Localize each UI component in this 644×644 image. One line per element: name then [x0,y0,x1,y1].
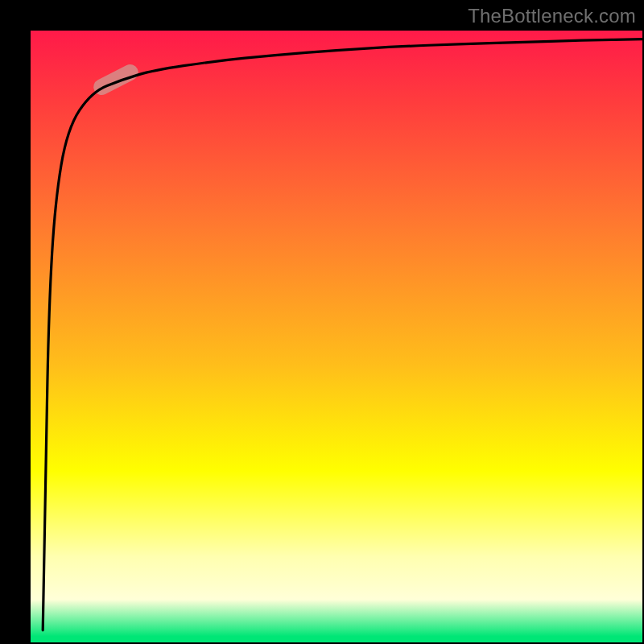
curve-svg [31,31,642,642]
attribution-text: TheBottleneck.com [468,5,636,27]
performance-curve [43,39,642,630]
plot-frame [31,31,642,642]
